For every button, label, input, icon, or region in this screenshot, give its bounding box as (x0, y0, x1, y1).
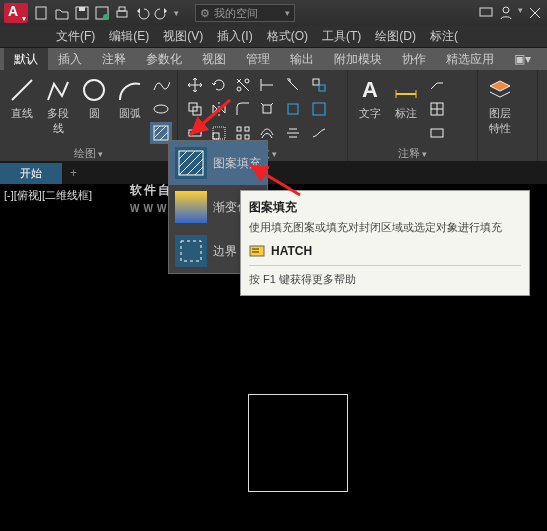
erase-icon[interactable] (282, 74, 304, 96)
svg-rect-7 (480, 8, 492, 16)
circle-button[interactable]: 圆 (78, 74, 110, 123)
tab-default[interactable]: 默认 (4, 48, 48, 71)
menu-draw[interactable]: 绘图(D) (369, 26, 422, 47)
tab-parametric[interactable]: 参数化 (136, 48, 192, 71)
svg-rect-2 (79, 7, 85, 11)
open-icon[interactable] (54, 5, 70, 21)
tab-featured[interactable]: 精选应用 (436, 48, 504, 71)
titlebar-right: ▾ (478, 5, 543, 21)
redo-icon[interactable] (154, 5, 170, 21)
cloud-icon[interactable] (426, 122, 448, 144)
tab-collaborate[interactable]: 协作 (392, 48, 436, 71)
start-tab[interactable]: 开始 (0, 163, 62, 184)
explode-icon[interactable] (256, 98, 278, 120)
line-label: 直线 (11, 106, 33, 121)
copy-icon[interactable] (184, 98, 206, 120)
tooltip-divider (249, 265, 521, 266)
menu-edit[interactable]: 编辑(E) (103, 26, 155, 47)
svg-rect-31 (245, 135, 249, 139)
new-icon[interactable] (34, 5, 50, 21)
trim-icon[interactable] (232, 74, 254, 96)
menu-dimension[interactable]: 标注( (424, 26, 464, 47)
dimension-button[interactable]: 标注 (390, 74, 422, 123)
arc-button[interactable]: 圆弧 (114, 74, 146, 123)
menu-file[interactable]: 文件(F) (50, 26, 101, 47)
text-label: 文字 (359, 106, 381, 121)
save-icon[interactable] (74, 5, 90, 21)
exchange-icon[interactable] (527, 5, 543, 21)
mirror-icon[interactable] (208, 98, 230, 120)
svg-rect-5 (117, 11, 127, 17)
svg-point-8 (503, 7, 509, 13)
fillet-icon[interactable] (232, 98, 254, 120)
rotate-icon[interactable] (208, 74, 230, 96)
qat-dropdown-icon[interactable]: ▾ (174, 8, 179, 18)
layer-properties-button[interactable]: 图层 特性 (484, 74, 516, 138)
menu-tools[interactable]: 工具(T) (316, 26, 367, 47)
dimension-icon (392, 76, 420, 104)
new-tab-button[interactable]: + (62, 163, 85, 183)
search-box[interactable]: ⚙ 我的空间 ▾ (195, 4, 295, 22)
dropdown-hatch[interactable]: 图案填充 (169, 141, 267, 185)
tab-view[interactable]: 视图 (192, 48, 236, 71)
dimension-label: 标注 (395, 106, 417, 121)
extend-icon[interactable] (256, 74, 278, 96)
leader-icon[interactable] (426, 74, 448, 96)
chevron-down-icon[interactable]: ▾ (518, 5, 523, 21)
panel-draw-label[interactable]: 绘图 (6, 144, 171, 163)
ellipse-icon[interactable] (150, 98, 172, 120)
measure-icon[interactable] (308, 122, 330, 144)
tooltip-command-name: HATCH (271, 244, 312, 258)
spline-icon[interactable] (150, 74, 172, 96)
tab-more-icon[interactable]: ▣▾ (504, 49, 541, 69)
undo-icon[interactable] (134, 5, 150, 21)
tab-insert[interactable]: 插入 (48, 48, 92, 71)
svg-line-45 (179, 151, 195, 167)
screen-icon[interactable] (478, 5, 494, 21)
dropdown-hatch-label: 图案填充 (213, 155, 261, 172)
ribbon-tabs: 默认 插入 注释 参数化 视图 管理 输出 附加模块 协作 精选应用 ▣▾ (0, 48, 547, 70)
table-icon[interactable] (426, 98, 448, 120)
view-label[interactable]: [-][俯视][二维线框] (4, 188, 92, 203)
break-icon[interactable] (308, 98, 330, 120)
svg-line-48 (195, 167, 203, 175)
menu-view[interactable]: 视图(V) (157, 26, 209, 47)
join-icon[interactable] (308, 74, 330, 96)
polyline-button[interactable]: 多段线 (42, 74, 74, 138)
tab-addins[interactable]: 附加模块 (324, 48, 392, 71)
arc-label: 圆弧 (119, 106, 141, 121)
move-icon[interactable] (184, 74, 206, 96)
svg-line-24 (271, 103, 273, 105)
svg-rect-42 (431, 129, 443, 137)
drawn-rectangle[interactable] (248, 394, 348, 492)
title-bar: ▾ ▾ ⚙ 我的空间 ▾ ▾ (0, 0, 547, 26)
signin-icon[interactable] (498, 5, 514, 21)
svg-rect-25 (189, 130, 201, 136)
line-button[interactable]: 直线 (6, 74, 38, 123)
app-logo[interactable]: ▾ (4, 3, 28, 23)
arc-icon (116, 76, 144, 104)
circle-label: 圆 (89, 106, 100, 121)
panel-annotation-label[interactable]: 注释 (354, 144, 471, 163)
tab-manage[interactable]: 管理 (236, 48, 280, 71)
menu-format[interactable]: 格式(O) (261, 26, 314, 47)
document-tabs: 开始 + (0, 162, 547, 184)
modify-grid (184, 74, 278, 144)
print-icon[interactable] (114, 5, 130, 21)
tab-annotate[interactable]: 注释 (92, 48, 136, 71)
svg-rect-34 (319, 85, 325, 91)
tab-output[interactable]: 输出 (280, 48, 324, 71)
chevron-down-icon: ▾ (285, 8, 290, 18)
hatch-pattern-icon (175, 147, 207, 179)
menu-insert[interactable]: 插入(I) (211, 26, 258, 47)
saveas-icon[interactable] (94, 5, 110, 21)
circle-icon (80, 76, 108, 104)
quick-access-toolbar: ▾ (34, 5, 179, 21)
text-button[interactable]: A 文字 (354, 74, 386, 123)
chamfer-icon[interactable] (282, 98, 304, 120)
panel-layers: 图层 特性 (478, 70, 538, 161)
svg-point-4 (103, 14, 109, 20)
boundary-icon (175, 235, 207, 267)
align-icon[interactable] (282, 122, 304, 144)
polyline-icon (44, 76, 72, 104)
